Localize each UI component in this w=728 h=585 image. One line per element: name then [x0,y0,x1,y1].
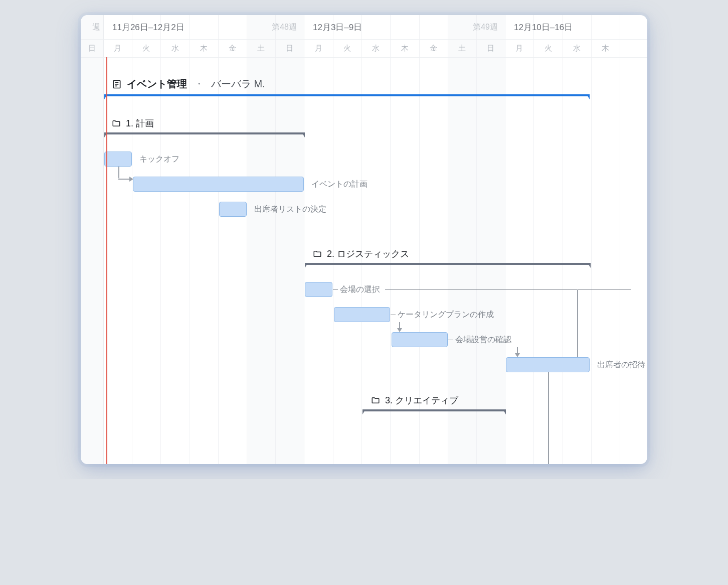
day-label: 火 [533,39,563,57]
week-header: 週 11月26日–12月2日 第48週 12月3日–9日 第49週 12月10日… [81,15,647,39]
task-bar[interactable]: 出席者リストの決定 [219,202,247,217]
project-icon [112,79,122,89]
day-label: 日 [81,39,103,57]
task-label: ケータリングプランの作成 [390,310,494,320]
task-bar[interactable]: 出席者の招待 [506,357,590,372]
week-number: 第48週 [272,15,297,39]
project-owner: バーバラ M. [211,77,265,91]
day-label: 月 [304,39,333,57]
day-label: 火 [132,39,160,57]
folder-icon [371,396,380,405]
week-range: 12月3日–9日 [304,22,362,33]
group-title: 2. ロジスティックス [313,248,409,260]
gantt-view: 週 11月26日–12月2日 第48週 12月3日–9日 第49週 12月10日… [81,15,647,464]
folder-icon [112,119,121,128]
task-label: イベントの計画 [303,179,368,190]
day-label: 水 [160,39,190,57]
day-label: 水 [361,39,390,57]
task-label: 出席者の招待 [589,360,645,370]
folder-icon [313,249,322,258]
group-bar[interactable] [305,263,591,265]
group-name: 3. クリエイティブ [385,394,458,406]
project-bar[interactable] [104,94,590,96]
project-title: イベント管理 ・ バーバラ M. [112,77,265,91]
week-cell[interactable]: 11月26日–12月2日 第48週 [103,15,304,39]
day-label: 木 [591,39,620,57]
day-label: 水 [563,39,591,57]
week-range: 12月10日–16日 [505,22,573,33]
week-range: 11月26日–12月2日 [103,22,185,33]
task-label: 会場設営の確認 [447,335,511,345]
day-label: 木 [390,39,419,57]
day-label: 日 [476,39,505,57]
day-label: 月 [103,39,132,57]
group-name: 1. 計画 [126,117,154,129]
task-bar[interactable]: 会場の選択 [305,282,332,297]
day-label: 土 [247,39,275,57]
group-bar[interactable] [104,132,305,134]
day-label: 土 [448,39,476,57]
gantt-rows: イベント管理 ・ バーバラ M. 1. 計画 [81,57,647,464]
day-label: 火 [333,39,361,57]
task-label: 会場の選択 [332,284,380,295]
bullet: ・ [194,77,204,91]
day-label: 金 [419,39,448,57]
connector-dash [385,289,631,290]
group-name: 2. ロジスティックス [327,248,409,260]
week-cell[interactable]: 12月10日–16日 [505,15,647,39]
day-label: 金 [218,39,247,57]
week-number: 第49週 [473,15,498,39]
day-label: 日 [275,39,304,57]
day-header: 日 月 火 水 木 金 土 日 月 火 水 木 金 土 日 月 火 水 木 [81,39,647,57]
week-cell[interactable]: 12月3日–9日 第49週 [304,15,505,39]
day-label: 木 [190,39,218,57]
today-line [106,57,107,464]
task-bar[interactable]: イベントの計画 [133,177,304,192]
group-title: 3. クリエイティブ [371,394,458,406]
day-label: 月 [505,39,533,57]
task-label: 出席者リストの決定 [246,204,326,215]
task-label: キックオフ [131,154,179,165]
task-bar[interactable]: ケータリングプランの作成 [334,307,390,322]
project-name: イベント管理 [127,77,187,91]
group-title: 1. 計画 [112,117,154,129]
prev-week-label: 週 [81,15,103,39]
task-bar[interactable]: 会場設営の確認 [392,332,448,347]
timeline[interactable]: 週 11月26日–12月2日 第48週 12月3日–9日 第49週 12月10日… [81,15,647,464]
group-bar[interactable] [362,409,506,411]
task-bar[interactable]: キックオフ [104,152,132,167]
